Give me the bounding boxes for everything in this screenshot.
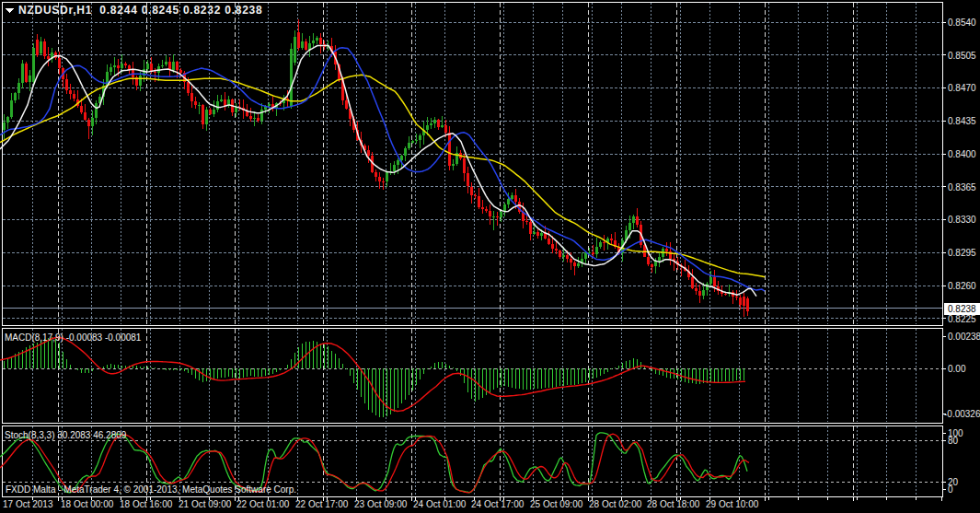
svg-text:0.8330: 0.8330	[948, 215, 976, 225]
svg-text:23 Oct 09:00: 23 Oct 09:00	[354, 499, 408, 509]
svg-text:21 Oct 09:00: 21 Oct 09:00	[179, 499, 232, 509]
svg-text:0.8435: 0.8435	[948, 116, 976, 126]
svg-text:0.00: 0.00	[948, 364, 966, 374]
svg-text:MACD(8,17,9) -0.00083 -0.00081: MACD(8,17,9) -0.00083 -0.00081	[5, 332, 142, 343]
svg-text:0: 0	[948, 484, 953, 495]
svg-text:0.8238: 0.8238	[948, 304, 976, 314]
svg-text:0.8505: 0.8505	[948, 51, 976, 61]
svg-text:0.8295: 0.8295	[948, 248, 976, 258]
svg-text:80: 80	[948, 436, 959, 446]
svg-text:0.8365: 0.8365	[948, 182, 976, 192]
svg-text:0.8225: 0.8225	[948, 314, 976, 324]
svg-text:17 Oct 2013: 17 Oct 2013	[3, 499, 53, 509]
svg-text:0.8470: 0.8470	[948, 83, 976, 93]
svg-text:28 Oct 18:00: 28 Oct 18:00	[647, 499, 700, 509]
svg-text:24 Oct 17:00: 24 Oct 17:00	[471, 499, 525, 509]
svg-text:22 Oct 01:00: 22 Oct 01:00	[236, 499, 290, 509]
svg-text:0.00238: 0.00238	[948, 332, 980, 342]
svg-text:0.8260: 0.8260	[948, 281, 976, 291]
svg-text:29 Oct 10:00: 29 Oct 10:00	[706, 499, 759, 509]
svg-text:22 Oct 17:00: 22 Oct 17:00	[295, 499, 349, 509]
svg-text:18 Oct 00:00: 18 Oct 00:00	[61, 499, 114, 509]
svg-text:0.8400: 0.8400	[948, 149, 976, 159]
svg-text:25 Oct 09:00: 25 Oct 09:00	[530, 499, 583, 509]
svg-text:18 Oct 16:00: 18 Oct 16:00	[120, 499, 173, 509]
svg-text:0.8540: 0.8540	[948, 17, 976, 28]
svg-text:FXDD Malta - MetaTrader 4, © 2: FXDD Malta - MetaTrader 4, © 2001-2013, …	[6, 484, 296, 495]
svg-text:-0.00326: -0.00326	[944, 409, 980, 419]
svg-text:28 Oct 02:00: 28 Oct 02:00	[589, 499, 642, 509]
svg-text:Stoch(8,3,3) 30.2083 46.2809: Stoch(8,3,3) 30.2083 46.2809	[5, 430, 127, 440]
svg-text:24 Oct 01:00: 24 Oct 01:00	[413, 499, 467, 509]
svg-text:NZDUSDr,H1 0.8244 0.8245 0.82: NZDUSDr,H1 0.8244 0.8245 0.8232 0.8238	[18, 4, 262, 17]
